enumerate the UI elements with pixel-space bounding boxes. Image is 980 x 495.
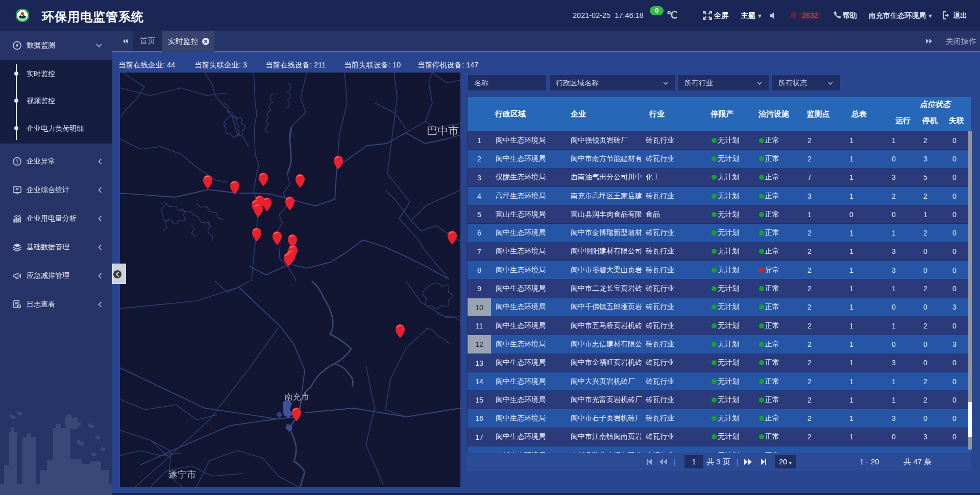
- svg-text:巴中市: 巴中市: [427, 125, 459, 136]
- svg-text:南充市: 南充市: [284, 392, 310, 401]
- svg-text:遂宁市: 遂宁市: [168, 469, 196, 480]
